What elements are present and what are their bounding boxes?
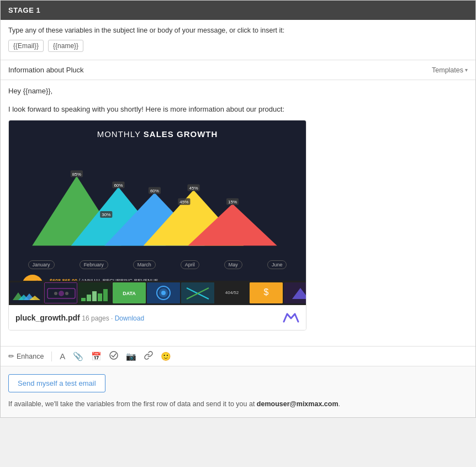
chart-bottom-info: 🛒 $608,865.00 / ANNUAL RECURRING REVENUE… [15,269,299,281]
file-name: pluck_growth.pdf [15,313,80,322]
svg-text:$: $ [264,287,269,297]
chevron-down-icon: ▾ [465,67,468,73]
annual-revenue-label: / ANNUAL RECURRING REVENUE [79,278,158,281]
chart-area: MONTHLY SALES GROWTH [9,120,306,281]
enhance-button[interactable]: ✏ Enhance [8,352,44,360]
svg-point-50 [110,351,118,359]
month-labels: January February March April May June [15,260,299,269]
svg-rect-31 [87,295,91,301]
attachment-icon[interactable]: 📎 [73,351,83,361]
stage-title: STAGE 1 [8,6,40,14]
footer-email: demouser@mixmax.com [257,400,339,408]
thumb-2[interactable] [44,282,77,303]
attachment-card: MONTHLY SALES GROWTH [8,120,306,330]
coin-icon: 🛒 [22,275,43,281]
text-format-icon[interactable]: A [60,351,65,361]
enhance-label: Enhance [17,353,44,360]
month-april: April [181,260,199,269]
month-june: June [267,260,287,269]
subject-text: Information about Pluck [8,66,84,74]
svg-rect-19 [10,282,43,303]
svg-rect-33 [98,293,102,301]
name-variable-tag[interactable]: {{name}} [48,40,83,52]
svg-point-28 [65,292,68,295]
chart-bottom-text: $608,865.00 / ANNUAL RECURRING REVENUE S… [50,277,269,281]
email-intro: I look forward to speaking with you shor… [8,105,468,113]
variables-description: Type any of these variables in the subje… [8,27,468,34]
templates-button[interactable]: Templates ▾ [432,66,468,74]
thumb-3[interactable] [78,282,112,303]
svg-text:DATA: DATA [123,291,136,296]
thumb-7[interactable]: 404/52 [215,282,248,303]
svg-text:85%: 85% [72,172,81,177]
thumb-8[interactable]: $ [250,282,283,303]
month-may: May [224,260,242,269]
month-february: February [80,260,108,269]
file-info-row: pluck_growth.pdf 16 pages · Download [9,305,306,330]
svg-text:15%: 15% [228,200,237,204]
month-january: January [28,260,55,269]
file-separator: · [111,314,115,322]
chart-title-bold: SALES GROWTH [144,129,218,139]
camera-icon[interactable]: 📷 [126,351,136,361]
checkmark-icon[interactable] [109,351,118,361]
footer-section: Send myself a test email If available, w… [1,366,475,417]
toolbar-separator [51,351,52,361]
svg-rect-30 [81,298,86,301]
svg-point-27 [54,292,57,295]
templates-label: Templates [432,66,463,74]
thumb-9[interactable] [284,282,306,303]
svg-text:404/52: 404/52 [225,290,239,295]
month-march: March [133,260,156,269]
email-greeting: Hey {{name}}, [8,87,468,95]
editor-toolbar: ✏ Enhance A 📎 📅 📷 🙂 [1,347,475,366]
variables-section: Type any of these variables in the subje… [1,20,475,60]
annual-revenue-amount: $608,865.00 [50,278,77,281]
cart-symbol: 🛒 [27,280,38,281]
footer-note: If available, we'll take the variables f… [8,399,468,410]
svg-text:30%: 30% [102,212,110,217]
file-meta: 16 pages · Download [82,314,144,322]
emoji-icon[interactable]: 🙂 [161,351,171,361]
svg-text:45%: 45% [179,200,188,204]
test-email-button[interactable]: Send myself a test email [8,374,105,392]
svg-text:60%: 60% [150,188,159,193]
main-container: STAGE 1 Type any of these variables in t… [0,0,476,418]
footer-note-prefix: If available, we'll take the variables f… [8,400,257,408]
mixmax-logo [283,309,299,326]
thumb-1[interactable] [10,282,43,303]
chart-svg: 85% 60% 60% 45% 45% 15% [15,145,299,257]
subject-row: Information about Pluck Templates ▾ [1,60,475,80]
svg-rect-34 [103,289,108,301]
svg-text:45%: 45% [189,186,198,191]
thumbnail-strip: DATA [9,281,306,305]
svg-rect-32 [92,291,97,301]
chart-title-normal: MONTHLY [97,129,141,139]
svg-point-40 [161,291,166,295]
footer-note-suffix: . [339,400,340,408]
chart-title: MONTHLY SALES GROWTH [15,129,299,139]
stage-header: STAGE 1 [1,1,475,20]
svg-point-26 [59,291,64,296]
thumb-6[interactable] [181,282,214,303]
wand-icon: ✏ [8,352,14,360]
file-download[interactable]: Download [115,314,144,322]
variable-tags-container: {{Email}} {{name}} [8,40,468,52]
email-variable-tag[interactable]: {{Email}} [8,40,44,52]
email-body-section[interactable]: Hey {{name}}, I look forward to speaking… [1,80,475,347]
file-details: pluck_growth.pdf 16 pages · Download [15,313,144,322]
file-pages: 16 pages [82,314,109,322]
thumb-5[interactable] [147,282,180,303]
calendar-icon[interactable]: 📅 [91,351,102,361]
link-icon[interactable] [144,351,153,361]
svg-text:60%: 60% [114,183,123,188]
thumb-4[interactable]: DATA [113,282,146,303]
